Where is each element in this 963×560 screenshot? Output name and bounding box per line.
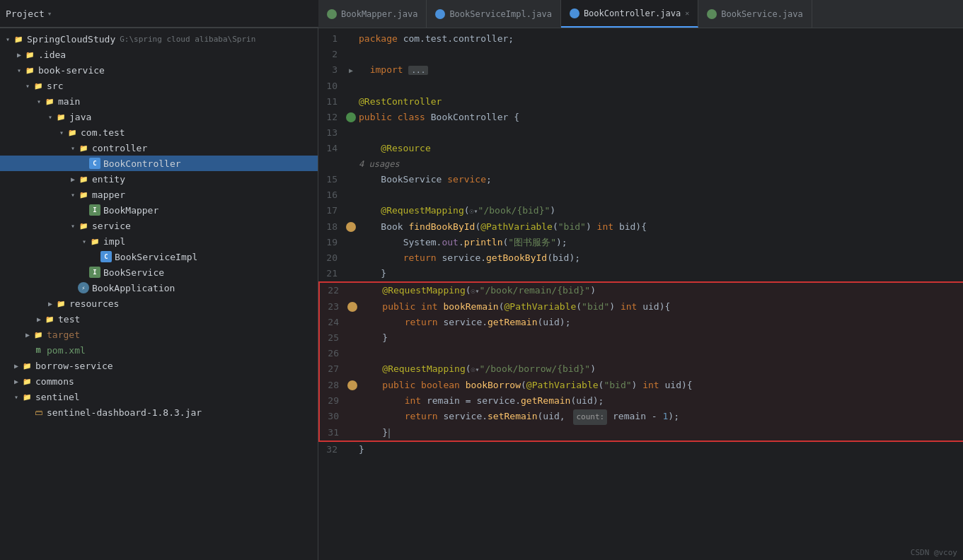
java-arrow: ▾ — [45, 113, 55, 121]
target-label: target — [47, 329, 80, 340]
code-text-18: Book findBookById(@PathVariable("bid") i… — [359, 219, 963, 235]
test-arrow: ▶ — [34, 315, 44, 323]
pom-label: pom.xml — [47, 345, 86, 356]
sidebar-item-main[interactable]: ▾ 📁 main — [0, 93, 318, 109]
sidebar-item-com-test[interactable]: ▾ 📁 com.test — [0, 124, 318, 140]
sidebar-item-book-service[interactable]: ▾ 📁 book-service — [0, 62, 318, 78]
bookserviceimpl-icon — [435, 9, 445, 19]
test-label: test — [58, 314, 80, 325]
ln-26: 26 — [320, 346, 345, 361]
ln-12: 12 — [318, 110, 343, 125]
code-area[interactable]: 1 package com.test.controller; 2 — [318, 28, 963, 560]
breakpoint-12[interactable] — [346, 112, 356, 122]
gutter-24 — [345, 315, 360, 330]
breakpoint-28[interactable] — [347, 380, 357, 390]
bookcontroller-icon — [570, 8, 579, 18]
code-line-24: 24 return service.getRemain(uid); — [318, 315, 963, 330]
sidebar-item-src[interactable]: ▾ 📁 src — [0, 78, 318, 93]
code-line-29: 29 int remain = service.getRemain(uid); — [318, 393, 963, 409]
service-folder-icon: 📁 — [78, 220, 89, 231]
ln-14: 14 — [318, 141, 343, 156]
sidebar-item-java[interactable]: ▾ 📁 java — [0, 109, 318, 124]
tab-bookcontroller[interactable]: BookController.java ✕ — [561, 0, 698, 28]
sidebar-item-impl[interactable]: ▾ 📁 impl — [0, 233, 318, 249]
ln-24: 24 — [320, 315, 345, 330]
sidebar-item-service[interactable]: ▾ 📁 service — [0, 218, 318, 233]
project-title[interactable]: Project ▾ — [6, 8, 52, 19]
resources-label: resources — [69, 298, 119, 309]
hint-count: count: — [573, 409, 607, 425]
code-line-26: 26 — [318, 346, 963, 361]
sidebar-item-entity[interactable]: ▶ 📁 entity — [0, 171, 318, 187]
tab-bookcontroller-label: BookController.java — [584, 8, 681, 18]
service-label: service — [92, 221, 131, 231]
tab-bar: Project ▾ BookMapper.java BookServiceImp… — [0, 0, 963, 28]
close-bookcontroller-button[interactable]: ✕ — [685, 9, 689, 17]
sidebar-item-idea[interactable]: ▶ 📁 .idea — [0, 47, 318, 62]
sidebar-item-bookserviceimpl[interactable]: ▶ C BookServiceImpl — [0, 249, 318, 264]
code-text-14: @Resource — [359, 141, 963, 156]
code-text-21: } — [359, 266, 963, 281]
code-text-32: } — [359, 442, 963, 457]
code-text-24: return service.getRemain(uid); — [360, 315, 963, 330]
sidebar-item-sentinel-jar[interactable]: ▶ 🗃 sentinel-dashboard-1.8.3.jar — [0, 404, 318, 420]
bookcontroller-file-label: BookController — [103, 158, 181, 169]
code-line-18: 18 Book findBookById(@PathVariable("bid"… — [318, 219, 963, 235]
gutter-32 — [343, 442, 359, 457]
gutter-16 — [343, 187, 359, 203]
src-label: src — [47, 81, 63, 91]
code-text-29: int remain = service.getRemain(uid); — [360, 393, 963, 409]
breakpoint-18[interactable] — [346, 222, 356, 232]
target-folder-icon: 📁 — [33, 329, 44, 340]
ln-17: 17 — [318, 203, 343, 219]
gutter-25 — [345, 330, 360, 346]
gutter-29 — [345, 393, 360, 409]
tab-bookserviceimpl[interactable]: BookServiceImpl.java — [427, 0, 561, 28]
sidebar-item-controller[interactable]: ▾ 📁 controller — [0, 140, 318, 156]
gutter-19 — [343, 235, 359, 250]
collapse-icon-3[interactable]: ▶ — [349, 63, 353, 78]
bookservice-file-icon: I — [89, 267, 100, 278]
code-line-10: 10 — [318, 78, 963, 94]
sidebar-item-bookcontroller[interactable]: ▶ C BookController — [0, 156, 318, 171]
sidebar-item-mapper[interactable]: ▾ 📁 mapper — [0, 187, 318, 202]
ln-28: 28 — [320, 378, 345, 393]
idea-label: .idea — [38, 49, 66, 60]
tab-bookmapper-label: BookMapper.java — [341, 9, 417, 19]
sidebar-item-bookapplication[interactable]: ▶ ⚡ BookApplication — [0, 280, 318, 296]
code-line-3: 3 ▶ import ... — [318, 62, 963, 78]
code-line-27: 27 @RequestMapping(☉▾"/book/borrow/{bid}… — [318, 361, 963, 378]
sidebar-item-bookmapper[interactable]: ▶ I BookMapper — [0, 202, 318, 218]
sidebar-item-resources[interactable]: ▶ 📁 resources — [0, 296, 318, 311]
sidebar-item-bookservice[interactable]: ▶ I BookService — [0, 264, 318, 280]
tab-bookmapper[interactable]: BookMapper.java — [318, 0, 427, 28]
sidebar-item-commons[interactable]: ▶ 📁 commons — [0, 373, 318, 389]
sidebar-item-target[interactable]: ▶ 📁 target — [0, 327, 318, 342]
ln-25: 25 — [320, 330, 345, 346]
bookservice-icon — [707, 9, 717, 19]
main-arrow: ▾ — [34, 98, 44, 105]
ln-13: 13 — [318, 125, 343, 141]
code-editor: 1 package com.test.controller; 2 — [318, 28, 963, 560]
sidebar-item-borrow-service[interactable]: ▶ 📁 borrow-service — [0, 358, 318, 373]
tab-bookservice[interactable]: BookService.java — [698, 0, 812, 28]
gutter-22 — [345, 283, 360, 299]
code-line-28: 28 public boolean bookBorrow(@PathVariab… — [318, 378, 963, 393]
sidebar-item-sentinel[interactable]: ▾ 📁 sentinel — [0, 389, 318, 404]
mapper-arrow: ▾ — [68, 191, 78, 199]
root-path: G:\spring cloud alibaba\Sprin — [120, 35, 255, 44]
book-service-folder-icon: 📁 — [24, 64, 35, 76]
gutter-26 — [345, 346, 360, 361]
sidebar-item-root[interactable]: ▾ 📁 SpringCloudStudy G:\spring cloud ali… — [0, 31, 318, 47]
sentinel-arrow: ▾ — [11, 393, 21, 401]
code-text-27: @RequestMapping(☉▾"/book/borrow/{bid}") — [360, 361, 963, 378]
sidebar-item-pom[interactable]: ▶ m pom.xml — [0, 342, 318, 358]
sidebar-item-test[interactable]: ▶ 📁 test — [0, 311, 318, 327]
gutter-2 — [343, 47, 359, 62]
code-text-26 — [360, 346, 963, 361]
breakpoint-23[interactable] — [347, 302, 357, 312]
main-label: main — [58, 96, 80, 107]
code-text-2 — [359, 47, 963, 62]
gutter-10 — [343, 78, 359, 94]
ln-19: 19 — [318, 235, 343, 250]
